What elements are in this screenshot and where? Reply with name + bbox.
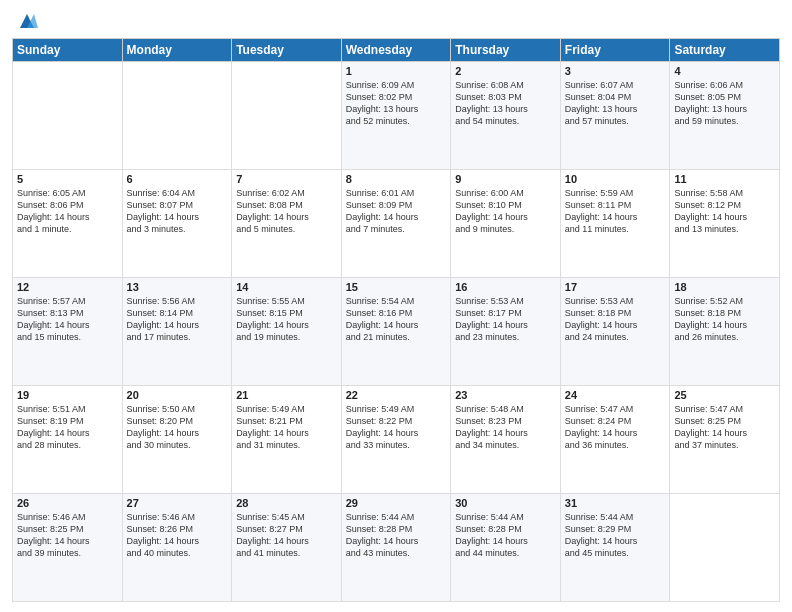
calendar-cell: 10Sunrise: 5:59 AM Sunset: 8:11 PM Dayli… [560, 170, 670, 278]
day-info: Sunrise: 5:44 AM Sunset: 8:28 PM Dayligh… [455, 511, 556, 560]
day-number: 12 [17, 281, 118, 293]
calendar-cell: 8Sunrise: 6:01 AM Sunset: 8:09 PM Daylig… [341, 170, 451, 278]
col-header-monday: Monday [122, 39, 232, 62]
col-header-thursday: Thursday [451, 39, 561, 62]
day-number: 20 [127, 389, 228, 401]
day-info: Sunrise: 5:47 AM Sunset: 8:25 PM Dayligh… [674, 403, 775, 452]
day-info: Sunrise: 6:09 AM Sunset: 8:02 PM Dayligh… [346, 79, 447, 128]
col-header-wednesday: Wednesday [341, 39, 451, 62]
day-info: Sunrise: 5:53 AM Sunset: 8:17 PM Dayligh… [455, 295, 556, 344]
day-info: Sunrise: 5:48 AM Sunset: 8:23 PM Dayligh… [455, 403, 556, 452]
calendar-cell [13, 62, 123, 170]
day-number: 21 [236, 389, 337, 401]
day-number: 22 [346, 389, 447, 401]
day-info: Sunrise: 5:57 AM Sunset: 8:13 PM Dayligh… [17, 295, 118, 344]
day-number: 14 [236, 281, 337, 293]
day-number: 11 [674, 173, 775, 185]
day-number: 1 [346, 65, 447, 77]
calendar-cell: 4Sunrise: 6:06 AM Sunset: 8:05 PM Daylig… [670, 62, 780, 170]
day-info: Sunrise: 5:59 AM Sunset: 8:11 PM Dayligh… [565, 187, 666, 236]
day-number: 24 [565, 389, 666, 401]
calendar-cell: 19Sunrise: 5:51 AM Sunset: 8:19 PM Dayli… [13, 386, 123, 494]
calendar-cell: 28Sunrise: 5:45 AM Sunset: 8:27 PM Dayli… [232, 494, 342, 602]
calendar-cell: 29Sunrise: 5:44 AM Sunset: 8:28 PM Dayli… [341, 494, 451, 602]
logo-icon [16, 10, 38, 32]
day-info: Sunrise: 5:49 AM Sunset: 8:21 PM Dayligh… [236, 403, 337, 452]
calendar-cell: 9Sunrise: 6:00 AM Sunset: 8:10 PM Daylig… [451, 170, 561, 278]
week-row-5: 26Sunrise: 5:46 AM Sunset: 8:25 PM Dayli… [13, 494, 780, 602]
col-header-saturday: Saturday [670, 39, 780, 62]
calendar-cell: 12Sunrise: 5:57 AM Sunset: 8:13 PM Dayli… [13, 278, 123, 386]
calendar-cell: 2Sunrise: 6:08 AM Sunset: 8:03 PM Daylig… [451, 62, 561, 170]
day-number: 23 [455, 389, 556, 401]
calendar-cell [232, 62, 342, 170]
calendar-cell: 1Sunrise: 6:09 AM Sunset: 8:02 PM Daylig… [341, 62, 451, 170]
day-number: 19 [17, 389, 118, 401]
day-number: 2 [455, 65, 556, 77]
day-number: 15 [346, 281, 447, 293]
col-header-tuesday: Tuesday [232, 39, 342, 62]
calendar-header-row: SundayMondayTuesdayWednesdayThursdayFrid… [13, 39, 780, 62]
calendar-cell: 21Sunrise: 5:49 AM Sunset: 8:21 PM Dayli… [232, 386, 342, 494]
day-info: Sunrise: 5:53 AM Sunset: 8:18 PM Dayligh… [565, 295, 666, 344]
calendar-cell: 15Sunrise: 5:54 AM Sunset: 8:16 PM Dayli… [341, 278, 451, 386]
day-number: 25 [674, 389, 775, 401]
day-number: 13 [127, 281, 228, 293]
calendar-cell: 3Sunrise: 6:07 AM Sunset: 8:04 PM Daylig… [560, 62, 670, 170]
day-number: 9 [455, 173, 556, 185]
day-info: Sunrise: 5:49 AM Sunset: 8:22 PM Dayligh… [346, 403, 447, 452]
calendar-cell: 23Sunrise: 5:48 AM Sunset: 8:23 PM Dayli… [451, 386, 561, 494]
calendar-cell: 30Sunrise: 5:44 AM Sunset: 8:28 PM Dayli… [451, 494, 561, 602]
calendar-cell: 24Sunrise: 5:47 AM Sunset: 8:24 PM Dayli… [560, 386, 670, 494]
calendar-cell [670, 494, 780, 602]
day-info: Sunrise: 5:45 AM Sunset: 8:27 PM Dayligh… [236, 511, 337, 560]
day-number: 30 [455, 497, 556, 509]
day-info: Sunrise: 6:06 AM Sunset: 8:05 PM Dayligh… [674, 79, 775, 128]
calendar: SundayMondayTuesdayWednesdayThursdayFrid… [12, 38, 780, 602]
day-number: 5 [17, 173, 118, 185]
calendar-cell: 11Sunrise: 5:58 AM Sunset: 8:12 PM Dayli… [670, 170, 780, 278]
day-info: Sunrise: 5:51 AM Sunset: 8:19 PM Dayligh… [17, 403, 118, 452]
day-number: 28 [236, 497, 337, 509]
header [12, 10, 780, 32]
day-info: Sunrise: 6:04 AM Sunset: 8:07 PM Dayligh… [127, 187, 228, 236]
day-info: Sunrise: 6:08 AM Sunset: 8:03 PM Dayligh… [455, 79, 556, 128]
day-number: 7 [236, 173, 337, 185]
week-row-1: 1Sunrise: 6:09 AM Sunset: 8:02 PM Daylig… [13, 62, 780, 170]
day-info: Sunrise: 5:46 AM Sunset: 8:25 PM Dayligh… [17, 511, 118, 560]
day-info: Sunrise: 5:50 AM Sunset: 8:20 PM Dayligh… [127, 403, 228, 452]
col-header-sunday: Sunday [13, 39, 123, 62]
day-number: 4 [674, 65, 775, 77]
day-number: 8 [346, 173, 447, 185]
day-number: 31 [565, 497, 666, 509]
day-info: Sunrise: 6:05 AM Sunset: 8:06 PM Dayligh… [17, 187, 118, 236]
col-header-friday: Friday [560, 39, 670, 62]
day-number: 16 [455, 281, 556, 293]
logo [12, 10, 38, 32]
calendar-cell: 25Sunrise: 5:47 AM Sunset: 8:25 PM Dayli… [670, 386, 780, 494]
week-row-3: 12Sunrise: 5:57 AM Sunset: 8:13 PM Dayli… [13, 278, 780, 386]
week-row-2: 5Sunrise: 6:05 AM Sunset: 8:06 PM Daylig… [13, 170, 780, 278]
day-info: Sunrise: 5:58 AM Sunset: 8:12 PM Dayligh… [674, 187, 775, 236]
day-number: 3 [565, 65, 666, 77]
calendar-cell: 7Sunrise: 6:02 AM Sunset: 8:08 PM Daylig… [232, 170, 342, 278]
day-info: Sunrise: 5:47 AM Sunset: 8:24 PM Dayligh… [565, 403, 666, 452]
day-number: 17 [565, 281, 666, 293]
day-number: 18 [674, 281, 775, 293]
calendar-cell: 16Sunrise: 5:53 AM Sunset: 8:17 PM Dayli… [451, 278, 561, 386]
day-info: Sunrise: 5:56 AM Sunset: 8:14 PM Dayligh… [127, 295, 228, 344]
day-number: 29 [346, 497, 447, 509]
day-info: Sunrise: 6:02 AM Sunset: 8:08 PM Dayligh… [236, 187, 337, 236]
page: SundayMondayTuesdayWednesdayThursdayFrid… [0, 0, 792, 612]
day-info: Sunrise: 5:52 AM Sunset: 8:18 PM Dayligh… [674, 295, 775, 344]
calendar-cell: 26Sunrise: 5:46 AM Sunset: 8:25 PM Dayli… [13, 494, 123, 602]
calendar-cell: 31Sunrise: 5:44 AM Sunset: 8:29 PM Dayli… [560, 494, 670, 602]
day-number: 10 [565, 173, 666, 185]
day-info: Sunrise: 6:00 AM Sunset: 8:10 PM Dayligh… [455, 187, 556, 236]
day-info: Sunrise: 5:44 AM Sunset: 8:29 PM Dayligh… [565, 511, 666, 560]
day-info: Sunrise: 5:44 AM Sunset: 8:28 PM Dayligh… [346, 511, 447, 560]
calendar-cell: 5Sunrise: 6:05 AM Sunset: 8:06 PM Daylig… [13, 170, 123, 278]
day-number: 26 [17, 497, 118, 509]
week-row-4: 19Sunrise: 5:51 AM Sunset: 8:19 PM Dayli… [13, 386, 780, 494]
day-info: Sunrise: 5:55 AM Sunset: 8:15 PM Dayligh… [236, 295, 337, 344]
